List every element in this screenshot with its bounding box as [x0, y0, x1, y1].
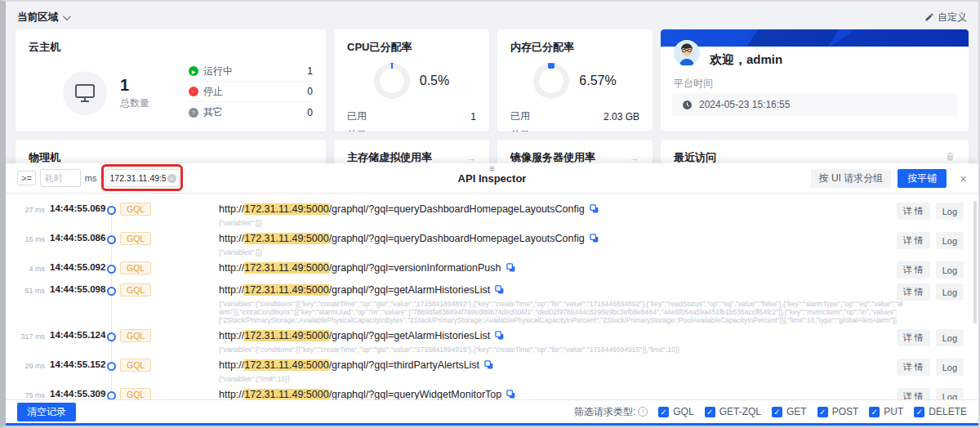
- url-host-highlight: 172.31.11.49:5000: [244, 389, 328, 399]
- detail-button[interactable]: 详 情: [897, 261, 930, 279]
- status-dot-icon: ▶: [189, 66, 198, 76]
- clear-input-icon[interactable]: ×: [167, 174, 176, 183]
- copy-icon[interactable]: [506, 262, 516, 277]
- pencil-icon: [924, 12, 934, 22]
- group-by-ui-button[interactable]: 按 UI 请求分组: [811, 169, 892, 188]
- region-selector[interactable]: 当前区域: [17, 11, 69, 25]
- request-actions: 详 情Log: [897, 359, 964, 376]
- memory-percent: 6.57%: [579, 74, 616, 88]
- url-prefix: http://: [219, 330, 244, 341]
- type-checkbox-get-zql[interactable]: ✓GET-ZQL: [705, 406, 761, 417]
- copy-icon[interactable]: [589, 203, 599, 218]
- duration-filter-input[interactable]: [40, 169, 81, 187]
- inspector-header: >= ms × ≡ API Inspector 按 UI 请求分组 按平铺 ×: [6, 163, 978, 194]
- checkbox-checked-icon: ✓: [914, 407, 924, 417]
- request-url: http://172.31.11.49:5000/graphql/?gql=th…: [219, 359, 903, 374]
- customize-button[interactable]: 自定义: [924, 11, 967, 25]
- type-label: POST: [832, 406, 859, 417]
- arrow-right-icon[interactable]: →: [466, 152, 476, 164]
- request-timestamp: 14:44:55.086: [50, 233, 105, 243]
- log-button[interactable]: Log: [936, 232, 964, 249]
- type-label: PUT: [884, 406, 903, 417]
- type-checkbox-gql[interactable]: ✓GQL: [658, 406, 693, 417]
- memory-card: 内存已分配率 6.57% 已用2.03 GB总量30.91 GB: [497, 29, 653, 132]
- url-path: /graphql/?gql=getAlarmHistoriesList: [329, 330, 491, 341]
- request-duration: 15 ms: [6, 235, 45, 243]
- detail-button[interactable]: 详 情: [897, 232, 930, 249]
- vm-status-label: 其它: [203, 105, 223, 119]
- detail-button[interactable]: 详 情: [897, 203, 930, 220]
- log-button[interactable]: Log: [936, 283, 964, 301]
- flat-view-button[interactable]: 按平铺: [898, 169, 947, 188]
- duration-operator[interactable]: >=: [17, 171, 36, 185]
- gauge-stat-value: 30.91 GB: [598, 130, 639, 132]
- vm-status-row: ▶运行中1: [189, 61, 313, 82]
- platform-time-label: 平台时间: [674, 77, 713, 91]
- request-list: 27 ms14:44:55.069GQLhttp://172.31.11.49:…: [6, 194, 978, 399]
- type-checkbox-put[interactable]: ✓PUT: [869, 406, 903, 417]
- request-payload: {"variables":[]}: [219, 248, 903, 256]
- clear-records-button[interactable]: 清空记录: [17, 403, 76, 421]
- request-actions: 详 情Log: [897, 283, 964, 301]
- log-button[interactable]: Log: [936, 329, 964, 346]
- checkbox-checked-icon: ✓: [817, 407, 828, 417]
- arrow-right-icon[interactable]: →: [629, 152, 639, 164]
- timeline-marker-icon: [107, 265, 116, 274]
- type-checkbox-post[interactable]: ✓POST: [817, 406, 859, 417]
- inspector-title-block: ≡ API Inspector: [458, 165, 527, 185]
- type-checkbox-delete[interactable]: ✓DELETE: [914, 406, 967, 417]
- request-actions: 详 情Log: [897, 261, 964, 279]
- platform-time-row: 2024-05-23 15:16:55: [672, 93, 957, 116]
- log-button[interactable]: Log: [936, 203, 964, 220]
- monitor-icon: [74, 83, 96, 103]
- request-row: 15 ms14:44:55.086GQLhttp://172.31.11.49:…: [6, 232, 978, 256]
- cpu-percent: 0.5%: [420, 74, 449, 88]
- gauge-stat-value: 2.03 GB: [604, 111, 639, 123]
- request-url: http://172.31.11.49:5000/graphql/?gql=ve…: [219, 261, 903, 277]
- copy-icon[interactable]: [494, 330, 505, 345]
- request-timestamp: 14:44:55.309: [50, 389, 105, 399]
- url-path: /graphql/?gql=queryDashboardHomepageLayo…: [329, 233, 585, 244]
- detail-button[interactable]: 详 情: [897, 359, 930, 376]
- request-content: http://172.31.11.49:5000/graphql/?gql=qu…: [219, 388, 903, 399]
- copy-icon[interactable]: [506, 389, 516, 399]
- vm-status-value: 0: [307, 86, 313, 97]
- vm-status-list: ▶运行中1−停止0?其它0: [189, 61, 313, 123]
- request-content: http://172.31.11.49:5000/graphql/?gql=th…: [219, 359, 903, 383]
- type-checkbox-get[interactable]: ✓GET: [772, 406, 807, 417]
- request-actions: 详 情Log: [897, 203, 964, 220]
- filter-types-label: 筛选请求类型:: [574, 405, 635, 419]
- vm-status-row: −停止0: [189, 82, 313, 102]
- url-prefix: http://: [219, 262, 244, 274]
- request-duration: 27 ms: [6, 206, 45, 214]
- log-button[interactable]: Log: [936, 261, 964, 279]
- drag-handle-icon[interactable]: ≡: [458, 165, 527, 172]
- copy-icon[interactable]: [494, 284, 505, 299]
- info-icon[interactable]: i: [638, 407, 648, 417]
- request-actions: 详 情Log: [897, 232, 964, 249]
- request-url: http://172.31.11.49:5000/graphql/?gql=qu…: [219, 232, 903, 247]
- close-icon[interactable]: ×: [960, 172, 967, 185]
- log-button[interactable]: Log: [936, 388, 964, 399]
- timeline-marker-icon: [107, 362, 116, 371]
- detail-button[interactable]: 详 情: [897, 329, 930, 346]
- gauge-stat-label: 总量: [347, 128, 367, 132]
- request-duration: 75 ms: [6, 391, 45, 399]
- gauge-stat-value: 1: [470, 111, 476, 123]
- detail-button[interactable]: 详 情: [897, 388, 930, 399]
- copy-icon[interactable]: [483, 359, 494, 374]
- log-button[interactable]: Log: [936, 359, 964, 376]
- request-payload: {"variables":[]}: [219, 219, 903, 227]
- request-row: 27 ms14:44:55.069GQLhttp://172.31.11.49:…: [6, 203, 978, 227]
- cpu-donut-chart: [374, 63, 410, 99]
- request-row: 75 ms14:44:55.309GQLhttp://172.31.11.49:…: [6, 388, 978, 399]
- request-method-tag: GQL: [120, 283, 151, 296]
- cpu-stats: 已用1总量200: [347, 107, 476, 132]
- detail-button[interactable]: 详 情: [897, 283, 930, 301]
- request-url: http://172.31.11.49:5000/graphql/?gql=qu…: [219, 203, 903, 218]
- host-filter-wrap: ×: [105, 169, 180, 187]
- url-prefix: http://: [219, 233, 244, 244]
- gauge-stat-label: 已用: [510, 109, 530, 123]
- copy-icon[interactable]: [589, 233, 599, 247]
- request-row: 317 ms14:44:55.124GQLhttp://172.31.11.49…: [6, 329, 978, 354]
